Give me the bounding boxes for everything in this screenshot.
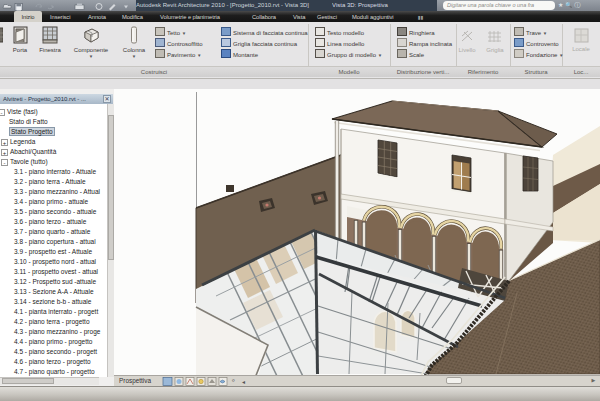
svg-text:º: º bbox=[232, 378, 235, 385]
svg-text:◂: ◂ bbox=[242, 379, 245, 385]
